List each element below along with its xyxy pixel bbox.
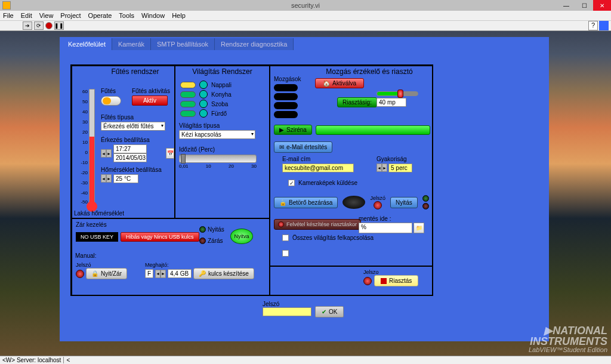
temp-set-label: Hőmérséklet beállítása [101, 166, 162, 173]
arrival-date[interactable]: 2014/05/03 [113, 153, 147, 162]
open-led [422, 195, 429, 202]
motion-section: Mozgás érzékelő és riasztó Mozgások 🏠Akt… [270, 66, 433, 266]
tab-kezelo[interactable]: Kezelőfelület [62, 38, 112, 50]
heating-toggle[interactable] [101, 96, 121, 106]
usb-status: NO USB KEY [76, 232, 118, 242]
heating-title: Fűtés rendszer [96, 66, 174, 77]
alarm-time-value[interactable]: 40 mp [377, 98, 406, 107]
lock-icon: 🔒 [279, 199, 286, 206]
drive-letter[interactable]: F [145, 269, 153, 278]
tab-diag[interactable]: Rendszer diagnosztika [215, 38, 294, 50]
record-button[interactable]: Felvétel készítése riasztáskor [274, 219, 361, 230]
run-cont-button[interactable]: ⟳ [34, 21, 44, 30]
siren-progress [316, 125, 430, 135]
tab-bar: Kezelőfelület Kamerák SMTP beállítások R… [62, 38, 294, 50]
save-path[interactable]: % [359, 223, 412, 233]
light-oval-konyha[interactable] [180, 91, 196, 98]
extra-checkbox[interactable] [282, 250, 289, 257]
lighting-title: Világítás Rendszer [175, 66, 269, 77]
light-led-szoba [199, 100, 208, 108]
close-led-2 [199, 237, 206, 244]
light-oval-furdo[interactable] [180, 110, 196, 117]
send-images-checkbox[interactable]: ✓ [288, 180, 295, 186]
lighting-type-dropdown[interactable]: Kézi kapcsolás [179, 130, 255, 139]
abort-button[interactable] [45, 22, 53, 29]
window-title: security.vi [291, 2, 320, 9]
temp-spinner[interactable]: ◄► [101, 174, 112, 183]
menu-view[interactable]: View [39, 12, 54, 19]
menu-file[interactable]: File [3, 12, 14, 19]
run-button[interactable]: ➔ [23, 21, 32, 30]
menubar: File Edit View Project Operate Tools Win… [0, 11, 611, 20]
password-input[interactable] [263, 307, 311, 316]
size-spinner[interactable]: ◄► [155, 270, 166, 278]
erkezes-label: Érkezés beállítása [101, 137, 174, 143]
email-notify-button[interactable]: ✉e-Mail értesítés [274, 141, 332, 153]
toolbar: ➔ ⟳ ❚❚ ? [0, 20, 611, 31]
menu-help[interactable]: Help [172, 12, 186, 19]
siren-button[interactable]: ▶Sziréna [274, 125, 312, 135]
open-led-2 [199, 226, 206, 233]
home-icon: 🏠 [323, 80, 330, 87]
temp-value[interactable]: 25 °C [113, 174, 138, 183]
freq-value[interactable]: 5 perc [388, 164, 412, 172]
alarm-slider[interactable] [377, 91, 418, 96]
drive-size[interactable]: 4,4 GB [168, 269, 192, 278]
maximize-button[interactable]: ☐ [575, 0, 593, 11]
all-lights-checkbox[interactable] [282, 235, 289, 241]
pause-button[interactable]: ❚❚ [54, 21, 64, 30]
statusbar: <W> Server: localhost < [0, 356, 611, 364]
activate-button[interactable]: 🏠Aktiválva [315, 78, 364, 88]
tab-smtp[interactable]: SMTP beállítások [151, 38, 215, 50]
lock-icon: 🔒 [91, 270, 98, 277]
futes-label: Fűtés [101, 88, 121, 94]
menu-edit[interactable]: Edit [21, 12, 32, 19]
motion-sensor-3 [274, 102, 298, 109]
calendar-icon[interactable]: 📅 [166, 148, 174, 159]
light-led-konyha [199, 90, 208, 98]
arrival-time[interactable]: 17:27 [113, 144, 147, 153]
help-icon[interactable]: ? [588, 21, 598, 30]
riasztas-button[interactable]: Riasztás [374, 275, 418, 286]
tab-kamerak[interactable]: Kamerák [112, 38, 151, 50]
nyitzar-button[interactable]: 🔒Nyit/Zár [86, 268, 127, 279]
manual-label: Manual: [75, 252, 97, 259]
main-frame: Fűtés rendszer 60 50 40 30 20 10 0 -10 -… [70, 64, 433, 296]
email-input[interactable]: kecsubite@gmail.com [282, 164, 354, 172]
menu-project[interactable]: Project [60, 12, 81, 19]
freq-spinner[interactable]: ◄► [377, 164, 387, 172]
motion-title: Mozgás érzékelő és riasztó [306, 66, 433, 77]
arrival-spinner[interactable]: ◄► [101, 149, 112, 158]
play-icon: ▶ [279, 127, 284, 133]
light-led-nappali [199, 81, 208, 89]
all-lights-label: Összes világítás felkapcsolása [292, 235, 374, 241]
betoro-button[interactable]: 🔒Betörő bezárása [274, 197, 338, 208]
close-button[interactable]: ✕ [593, 0, 611, 11]
menu-window[interactable]: Window [141, 12, 165, 19]
check-icon: ✔ [322, 309, 326, 315]
nyitas-button[interactable]: Nyitás [390, 197, 418, 208]
usb-error: Hibás vagy Nincs USB kulcs [121, 232, 199, 242]
stop-icon [381, 278, 387, 284]
timer-slider[interactable] [179, 155, 257, 163]
menu-tools[interactable]: Tools [119, 12, 134, 19]
heating-section: Fűtés rendszer 60 50 40 30 20 10 0 -10 -… [72, 66, 175, 218]
key-icon: 🔑 [199, 270, 206, 277]
heating-type-dropdown[interactable]: Érkezés előtti fűtés [101, 122, 165, 131]
make-key-button[interactable]: 🔑kulcs készítése [193, 268, 254, 279]
menu-operate[interactable]: Operate [88, 12, 112, 19]
email-label: E-mail cím [282, 156, 354, 162]
light-oval-nappali[interactable] [180, 82, 196, 88]
minimize-button[interactable]: — [557, 0, 575, 11]
open-indicator: Nyitva [230, 229, 253, 244]
lighting-type-label: Világítás típusa [179, 122, 266, 129]
browse-icon[interactable]: 📁 [413, 223, 424, 233]
motion-sensor-4 [274, 111, 298, 118]
titlebar: security.vi — ☐ ✕ [0, 0, 611, 11]
light-oval-szoba[interactable] [180, 101, 196, 107]
timer-label: Időzítő (Perc) [179, 146, 266, 153]
mail-icon: ✉ [279, 144, 284, 150]
ok-button[interactable]: ✔OK [315, 306, 344, 317]
vi-icon[interactable] [599, 21, 609, 30]
gyak-label: Gyakoriság [377, 156, 412, 162]
